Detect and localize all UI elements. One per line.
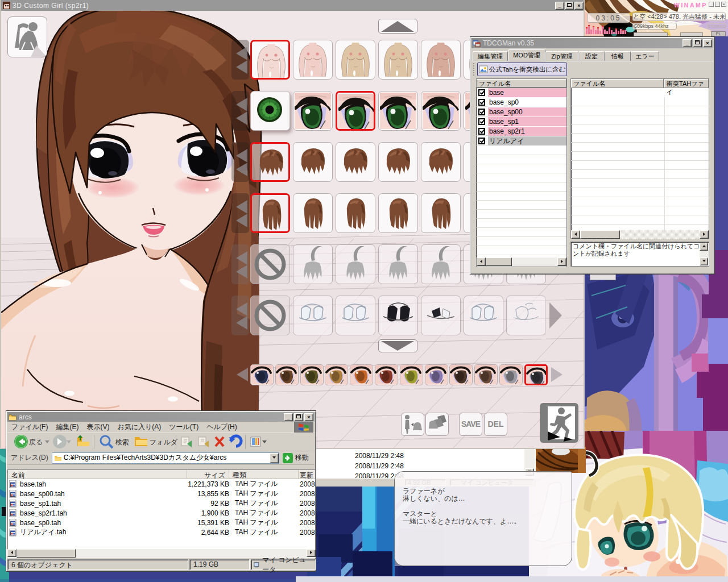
svg-text:検索: 検索 bbox=[115, 438, 129, 446]
svg-text:戻る: 戻る bbox=[29, 438, 43, 446]
svg-text:フォルダ: フォルダ bbox=[150, 438, 178, 446]
